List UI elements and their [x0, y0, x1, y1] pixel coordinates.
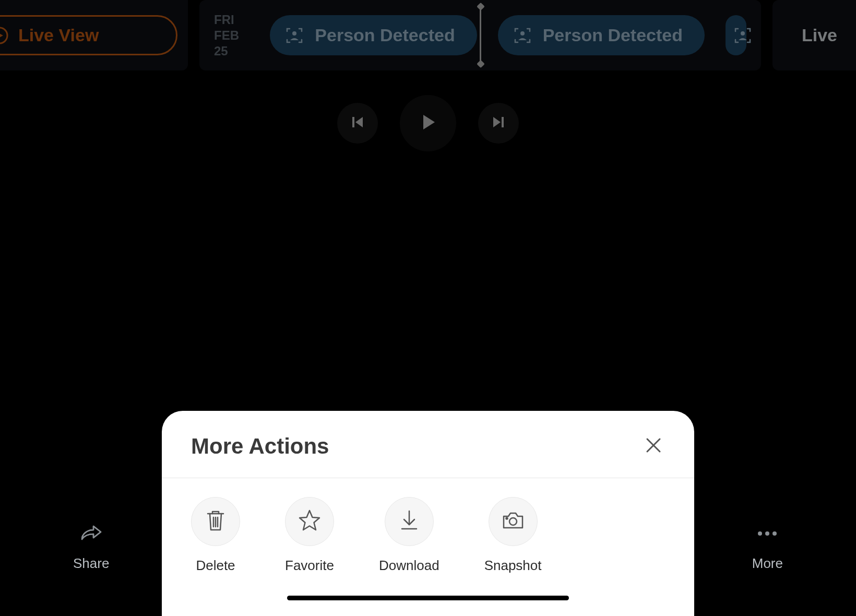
svg-point-17 [506, 518, 507, 519]
more-button[interactable]: More [752, 522, 783, 600]
action-circle [489, 497, 538, 546]
svg-point-6 [758, 531, 762, 536]
action-label: Download [379, 558, 439, 574]
sheet-title: More Actions [191, 434, 329, 459]
actions-row: Delete Favorite [162, 478, 694, 584]
svg-point-8 [772, 531, 777, 536]
camera-icon [501, 510, 526, 533]
share-icon [80, 522, 103, 545]
share-button[interactable]: Share [73, 522, 109, 600]
more-actions-sheet: More Actions Delete [162, 411, 694, 616]
favorite-action[interactable]: Favorite [285, 497, 334, 574]
action-circle [385, 497, 434, 546]
download-action[interactable]: Download [379, 497, 439, 574]
action-circle [285, 497, 334, 546]
snapshot-action[interactable]: Snapshot [484, 497, 542, 574]
action-label: Favorite [285, 558, 334, 574]
more-horizontal-icon [756, 522, 779, 545]
home-indicator[interactable] [287, 596, 569, 600]
delete-action[interactable]: Delete [191, 497, 240, 574]
close-button[interactable] [642, 435, 665, 458]
share-label: Share [73, 555, 109, 572]
action-circle [191, 497, 240, 546]
svg-point-7 [765, 531, 769, 536]
more-label: More [752, 555, 783, 572]
download-icon [399, 509, 420, 534]
close-icon [644, 436, 663, 457]
trash-icon [205, 509, 226, 534]
star-icon [298, 508, 322, 535]
action-label: Snapshot [484, 558, 542, 574]
svg-point-16 [509, 518, 517, 525]
sheet-header: More Actions [162, 411, 694, 478]
action-label: Delete [196, 558, 235, 574]
